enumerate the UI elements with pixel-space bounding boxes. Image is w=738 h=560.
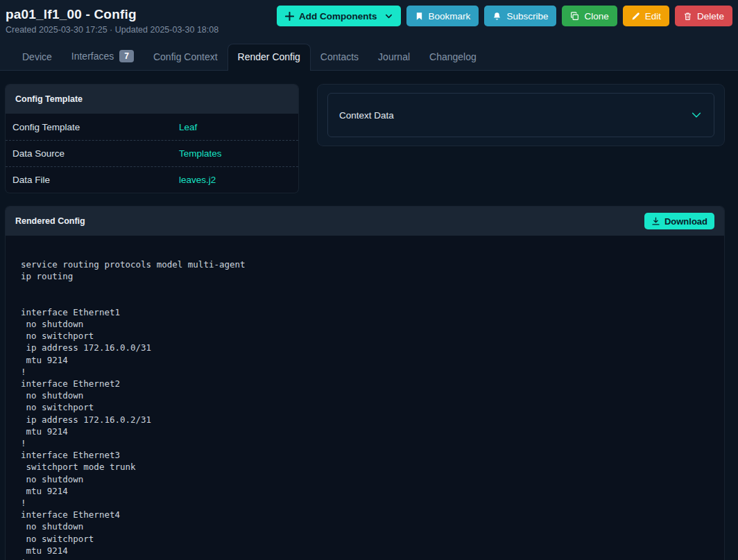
attr-label-data-file: Data File (6, 175, 179, 185)
interfaces-count-badge: 7 (119, 50, 134, 62)
config-template-link[interactable]: Leaf (179, 122, 197, 132)
tab-bar: Device Interfaces 7 Config Context Rende… (6, 43, 732, 70)
rendered-config-card-title: Rendered Config (15, 216, 85, 226)
tab-render-config[interactable]: Render Config (228, 44, 311, 71)
config-template-card-title: Config Template (15, 94, 83, 104)
edit-button[interactable]: Edit (623, 6, 669, 26)
edit-label: Edit (645, 11, 661, 21)
tab-journal-label: Journal (378, 51, 410, 62)
tab-device-label: Device (22, 51, 52, 62)
tab-journal[interactable]: Journal (368, 44, 420, 70)
delete-label: Delete (697, 11, 724, 21)
download-button[interactable]: Download (644, 213, 714, 229)
bookmark-icon (415, 12, 424, 21)
rendered-config-body: service routing protocols model multi-ag… (6, 236, 724, 560)
tab-contacts[interactable]: Contacts (311, 44, 368, 70)
table-row: Data File leaves.j2 (6, 166, 298, 193)
tab-changelog[interactable]: Changelog (420, 44, 486, 70)
tab-render-config-label: Render Config (238, 51, 300, 62)
clone-button[interactable]: Clone (562, 6, 617, 26)
copy-icon (570, 12, 579, 21)
rendered-config-text: service routing protocols model multi-ag… (6, 236, 724, 560)
context-data-accordion-toggle[interactable]: Context Data (327, 93, 714, 137)
context-data-card: Context Data (318, 85, 724, 146)
tab-interfaces[interactable]: Interfaces 7 (62, 43, 144, 70)
table-row: Data Source Templates (6, 140, 298, 166)
rendered-config-card-header: Rendered Config Download (6, 207, 724, 236)
attr-label-data-source: Data Source (6, 148, 179, 159)
add-components-label: Add Components (299, 11, 377, 21)
tab-config-context[interactable]: Config Context (144, 44, 228, 70)
config-template-attr-table: Config Template Leaf Data Source Templat… (6, 114, 298, 193)
data-file-link[interactable]: leaves.j2 (179, 175, 216, 185)
attr-label-config-template: Config Template (6, 122, 179, 132)
table-row: Config Template Leaf (6, 114, 298, 140)
tab-interfaces-label: Interfaces (71, 51, 114, 62)
delete-button[interactable]: Delete (675, 6, 732, 26)
add-components-button[interactable]: Add Components (277, 6, 401, 26)
rendered-config-card: Rendered Config Download service routing… (6, 207, 724, 560)
chevron-down-icon (690, 109, 703, 121)
config-template-card: Config Template Config Template Leaf Dat… (6, 85, 298, 193)
page-header: pa01_lf1_00 - Config Created 2025-03-30 … (0, 0, 738, 71)
clone-label: Clone (584, 11, 608, 21)
created-updated-timestamps: Created 2025-03-30 17:25 · Updated 2025-… (6, 25, 732, 35)
data-source-link[interactable]: Templates (179, 148, 222, 159)
config-template-card-header: Config Template (6, 85, 298, 114)
chevron-down-icon (385, 12, 393, 20)
context-data-title: Context Data (339, 110, 394, 121)
action-toolbar: Add Components Bookmark Subscribe (277, 6, 732, 26)
tab-config-context-label: Config Context (153, 51, 218, 62)
tab-contacts-label: Contacts (320, 51, 359, 62)
bookmark-label: Bookmark (429, 11, 471, 21)
trash-icon (683, 12, 692, 21)
plus-icon (285, 12, 294, 21)
download-icon (651, 217, 660, 226)
pencil-icon (631, 12, 640, 21)
tab-changelog-label: Changelog (429, 51, 477, 62)
bookmark-button[interactable]: Bookmark (406, 6, 479, 26)
download-label: Download (664, 216, 707, 227)
tab-device[interactable]: Device (12, 44, 62, 70)
bell-icon (492, 12, 501, 21)
main-content: Config Template Config Template Leaf Dat… (0, 71, 738, 560)
subscribe-label: Subscribe (506, 11, 548, 21)
subscribe-button[interactable]: Subscribe (484, 6, 556, 26)
